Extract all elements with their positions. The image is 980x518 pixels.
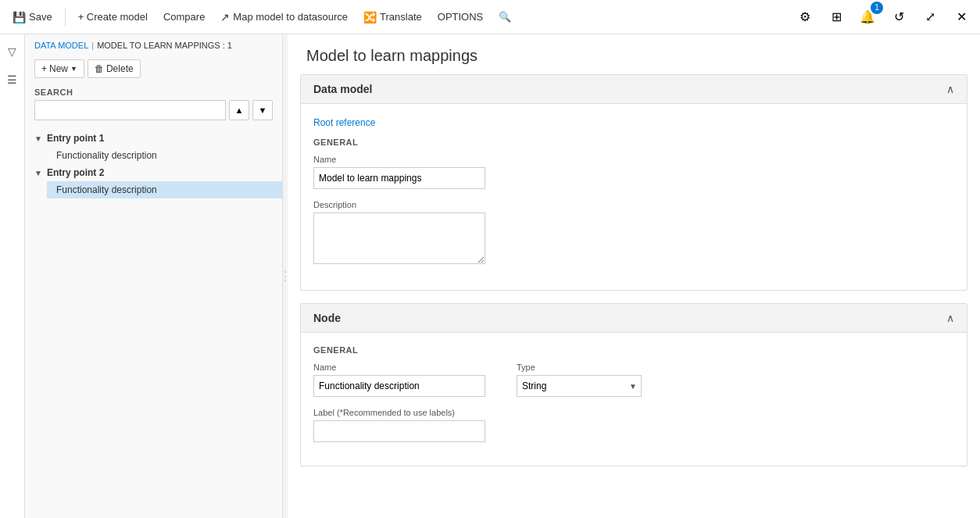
settings-icon-wrapper: ⚙ (792, 5, 817, 30)
expand-icon-1: ▼ (34, 134, 44, 143)
expand-icon-2: ▼ (34, 169, 44, 177)
hamburger-icon-button[interactable]: ☰ (2, 69, 23, 91)
options-button[interactable]: OPTIONS (431, 8, 490, 26)
tree-group-2: ▼ Entry point 2 Functionality descriptio… (25, 164, 282, 198)
office-icon-wrapper: ⊞ (824, 5, 849, 30)
node-section-title: Node (313, 312, 341, 324)
data-model-section-title: Data model (313, 83, 372, 95)
node-name-input[interactable] (313, 375, 485, 397)
search-input[interactable] (34, 100, 226, 120)
search-label: SEARCH (34, 88, 273, 97)
description-textarea[interactable] (313, 213, 485, 264)
search-icon: 🔍 (499, 11, 511, 23)
node-right-col: GENERAL Type String Integer Boolean Date… (517, 345, 642, 408)
tree-item-func-desc-1[interactable]: Functionality description (47, 147, 282, 164)
plus-icon: + (41, 63, 47, 74)
description-label: Description (313, 200, 954, 209)
save-button[interactable]: 💾 Save (6, 8, 59, 27)
refresh-button[interactable]: ↺ (886, 5, 911, 30)
node-section-header[interactable]: Node ∧ (301, 304, 967, 333)
root-reference-link[interactable]: Root reference (313, 117, 375, 128)
entry-2-label: Entry point 2 (47, 167, 104, 178)
node-name-label: Name (313, 363, 485, 372)
search-row: ▲ ▼ (34, 100, 273, 120)
main-area: ▽ ☰ DATA MODEL | MODEL TO LEARN MAPPINGS… (0, 34, 980, 518)
compare-button[interactable]: Compare (157, 8, 211, 26)
toolbar-right: ⚙ ⊞ 🔔 1 ↺ ⤢ ✕ (792, 5, 974, 30)
breadcrumb: DATA MODEL | MODEL TO LEARN MAPPINGS : 1 (25, 34, 282, 56)
breadcrumb-data-model[interactable]: DATA MODEL (34, 41, 88, 50)
data-model-collapse-icon: ∧ (946, 83, 954, 95)
data-model-section-body: Root reference GENERAL Name Description (301, 104, 967, 290)
office-button[interactable]: ⊞ (824, 5, 849, 30)
open-new-button[interactable]: ⤢ (917, 5, 942, 30)
node-label-field-label: Label (*Recommended to use labels) (313, 408, 954, 417)
search-area: SEARCH ▲ ▼ (25, 84, 282, 127)
node-label-input[interactable] (313, 420, 485, 442)
data-model-section-header[interactable]: Data model ∧ (301, 75, 967, 104)
left-panel: DATA MODEL | MODEL TO LEARN MAPPINGS : 1… (25, 34, 283, 518)
notification-icon-wrapper: 🔔 1 (855, 5, 880, 30)
save-icon: 💾 (13, 11, 26, 23)
sidebar-icons: ▽ ☰ (0, 34, 25, 518)
entry-1-label: Entry point 1 (47, 133, 104, 144)
node-general-subtitle: GENERAL (313, 345, 485, 355)
tree-item-entry-1[interactable]: ▼ Entry point 1 (25, 130, 282, 147)
node-collapse-icon: ∧ (946, 312, 954, 324)
tree: ▼ Entry point 1 Functionality descriptio… (25, 127, 282, 518)
delete-button[interactable]: 🗑 Delete (88, 59, 141, 78)
name-form-group: Name (313, 155, 954, 189)
close-button[interactable]: ✕ (949, 5, 974, 30)
breadcrumb-separator: | (91, 41, 94, 50)
top-toolbar: 💾 Save + Create model Compare ↗ Map mode… (0, 0, 980, 34)
separator-1 (65, 8, 66, 27)
settings-button[interactable]: ⚙ (792, 5, 817, 30)
node-label-form-group: Label (*Recommended to use labels) (313, 408, 954, 442)
tree-children-1: Functionality description (25, 147, 282, 164)
node-type-label: Type (517, 363, 642, 372)
map-model-button[interactable]: ↗ Map model to datasource (214, 8, 354, 27)
tree-group-1: ▼ Entry point 1 Functionality descriptio… (25, 130, 282, 164)
notification-badge: 1 (871, 2, 883, 14)
node-type-select[interactable]: String Integer Boolean Date List (517, 375, 642, 397)
page-title: Model to learn mappings (288, 34, 980, 74)
func-desc-2-label: Functionality description (56, 184, 157, 195)
breadcrumb-current: MODEL TO LEARN MAPPINGS : 1 (97, 41, 232, 50)
general-subtitle-1: GENERAL (313, 138, 954, 147)
name-label: Name (313, 155, 954, 164)
search-down-button[interactable]: ▼ (252, 100, 273, 120)
func-desc-1-label: Functionality description (56, 150, 157, 161)
create-model-button[interactable]: + Create model (72, 8, 154, 26)
map-icon: ↗ (220, 11, 230, 23)
name-input[interactable] (313, 167, 485, 189)
node-section: Node ∧ GENERAL Name GENERAL Ty (300, 303, 967, 466)
node-name-form-group: Name (313, 363, 485, 397)
new-dropdown-chevron-icon: ▼ (70, 65, 77, 73)
description-form-group: Description (313, 200, 954, 266)
new-button[interactable]: + New ▼ (34, 59, 84, 78)
tree-item-func-desc-2[interactable]: Functionality description (47, 181, 282, 198)
delete-icon: 🗑 (95, 63, 104, 74)
filter-icon-button[interactable]: ▽ (2, 41, 23, 63)
right-panel: Model to learn mappings Data model ∧ Roo… (288, 34, 980, 518)
node-form-row: GENERAL Name GENERAL Type String (313, 345, 954, 408)
translate-button[interactable]: 🔀 Translate (357, 8, 428, 27)
panel-toolbar: + New ▼ 🗑 Delete (25, 56, 282, 84)
search-toolbar-button[interactable]: 🔍 (492, 8, 517, 26)
node-type-form-group: Type String Integer Boolean Date List ▼ (517, 363, 642, 397)
tree-children-2: Functionality description (25, 181, 282, 198)
node-type-select-wrapper: String Integer Boolean Date List ▼ (517, 375, 642, 397)
tree-item-entry-2[interactable]: ▼ Entry point 2 (25, 164, 282, 181)
node-section-body: GENERAL Name GENERAL Type String (301, 333, 967, 466)
translate-icon: 🔀 (363, 11, 377, 23)
search-up-button[interactable]: ▲ (229, 100, 249, 120)
data-model-section: Data model ∧ Root reference GENERAL Name… (300, 74, 967, 291)
node-left-col: GENERAL Name (313, 345, 485, 408)
